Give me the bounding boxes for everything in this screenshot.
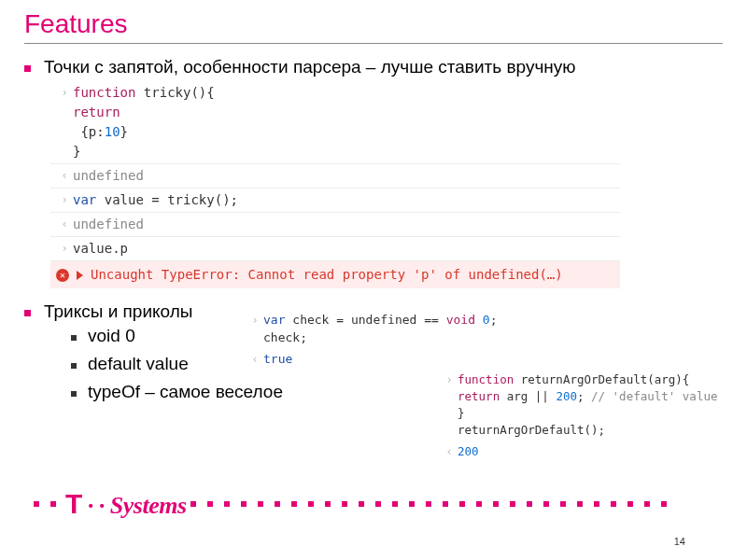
title-underline: [24, 43, 723, 44]
dot-icon: [409, 501, 415, 507]
slide-title: Features: [0, 0, 747, 43]
console-block-1: › function tricky(){ return {p:10} } ‹ u…: [50, 81, 620, 288]
sub-bullet-marker: [71, 391, 77, 397]
console-row: › var value = tricky();: [50, 188, 620, 212]
error-triangle-icon: [77, 271, 83, 280]
sub-bullet-text: default value: [88, 354, 189, 374]
console-row: ‹ undefined: [50, 163, 620, 188]
bullet-marker: [24, 310, 31, 316]
code-line: var check = undefined == void 0; check;: [263, 312, 497, 347]
dot-icon: [493, 501, 499, 507]
bullet-1: Точки с запятой, особенности парсера – л…: [24, 57, 747, 77]
dot-icon: [661, 501, 667, 507]
console-row: › function tricky(){ return {p:10} }: [50, 81, 620, 163]
dot-icon: [527, 501, 532, 507]
bullet-2-text: Триксы и приколы: [44, 301, 192, 322]
prompt-out-icon: ‹: [56, 166, 73, 184]
console-block-3: › function returnArgOrDefault(arg){ retu…: [435, 370, 734, 462]
dot-icon: [359, 501, 364, 507]
output-line: undefined: [73, 166, 614, 186]
dot-icon: [510, 501, 515, 507]
error-text: Uncaught TypeError: Cannot read property…: [91, 265, 563, 285]
dot-icon: [443, 501, 448, 507]
dot-icon: [190, 501, 196, 507]
dot-icon: [476, 501, 482, 507]
bullet-1-text: Точки с запятой, особенности парсера – л…: [44, 57, 576, 77]
console-row: › value.p: [50, 236, 620, 260]
console-block-2: › var check = undefined == void 0; check…: [241, 310, 502, 371]
prompt-out-icon: ‹: [56, 215, 73, 232]
dot-icon: [543, 501, 549, 507]
console-row: › function returnArgOrDefault(arg){ retu…: [435, 370, 734, 441]
dot-icon: [459, 501, 465, 507]
sub-bullet-marker: [71, 335, 77, 341]
footer: T · · Systems: [34, 493, 719, 515]
console-row: ‹ true: [241, 349, 502, 371]
dot-icon: [258, 501, 263, 507]
prompt-out-icon: ‹: [247, 351, 263, 368]
output-line: true: [263, 351, 497, 369]
dot-icon: [34, 501, 39, 507]
dot-icon: [241, 501, 247, 507]
code-line: function returnArgOrDefault(arg){ return…: [458, 371, 728, 440]
dot-icon: [594, 501, 599, 507]
prompt-out-icon: ‹: [441, 443, 458, 460]
console-error-row: ✕ Uncaught TypeError: Cannot read proper…: [50, 260, 620, 288]
dot-icon: [224, 501, 230, 507]
prompt-in-icon: ›: [56, 190, 73, 208]
code-line: value.p: [73, 239, 614, 259]
dot-icon: [375, 501, 381, 507]
dot-icon: [577, 501, 583, 507]
dot-icon: [50, 501, 56, 507]
dot-icon: [627, 501, 633, 507]
dot-icon: [308, 501, 314, 507]
dot-icon: [611, 501, 616, 507]
sub-bullet-text: void 0: [88, 326, 135, 346]
output-line: undefined: [73, 215, 614, 234]
dot-icon: [342, 501, 347, 507]
sub-bullet-marker: [71, 363, 77, 369]
dot-icon: [426, 501, 431, 507]
page-number: 14: [674, 536, 685, 547]
code-line: var value = tricky();: [73, 190, 614, 210]
output-line: 200: [458, 443, 728, 460]
prompt-in-icon: ›: [56, 239, 73, 257]
dot-icon: [207, 501, 213, 507]
dot-icon: [644, 501, 650, 507]
bullet-marker: [24, 65, 31, 72]
error-icon: ✕: [56, 269, 69, 282]
dot-icon: [560, 501, 566, 507]
dot-icon: [291, 501, 297, 507]
code-line: function tricky(){ return {p:10} }: [73, 83, 614, 161]
dot-icon: [275, 501, 280, 507]
console-row: ‹ 200: [435, 441, 734, 462]
prompt-in-icon: ›: [56, 83, 73, 101]
sub-bullet-text: typeOf – самое веселое: [88, 382, 283, 402]
logo: T · · Systems: [65, 488, 187, 520]
console-row: ‹ undefined: [50, 212, 620, 236]
dot-icon: [392, 501, 398, 507]
console-row: › var check = undefined == void 0; check…: [241, 310, 502, 349]
prompt-in-icon: ›: [247, 312, 263, 329]
dot-icon: [325, 501, 331, 507]
prompt-in-icon: ›: [441, 371, 458, 388]
